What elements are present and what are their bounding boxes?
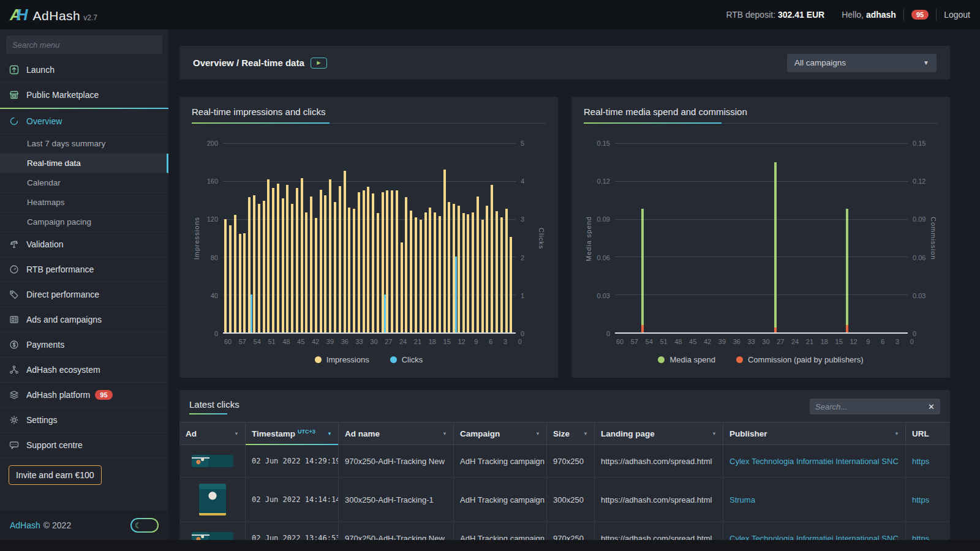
publisher-link[interactable]: Cylex Technologia Informatiei Internatio… <box>729 457 899 466</box>
impressions-bar <box>500 217 503 332</box>
legend-label: Clicks <box>402 355 423 364</box>
url-link[interactable]: https <box>912 534 929 541</box>
url-link[interactable]: https <box>912 457 929 466</box>
realtime-play-button[interactable]: ▶ <box>311 58 327 69</box>
clear-search-icon[interactable]: ✕ <box>928 402 935 411</box>
footer-brand[interactable]: AdHash <box>10 520 40 530</box>
column-header-ad-name[interactable]: Ad name▼ <box>339 422 454 445</box>
bar-bucket <box>649 143 654 332</box>
stacked-bar <box>650 143 653 332</box>
bar-bucket <box>500 143 505 332</box>
sort-caret-icon: ▼ <box>583 431 588 437</box>
column-header-campaign[interactable]: Campaign▼ <box>454 422 547 445</box>
timestamp-cell: 02 Jun 2022 14:29:19 <box>246 445 339 477</box>
divider <box>936 9 937 20</box>
stacked-bar <box>693 143 696 332</box>
table-search-input[interactable] <box>815 402 924 411</box>
divider <box>903 9 904 20</box>
publisher-link[interactable]: Struma <box>729 495 755 504</box>
stacked-bar <box>850 143 853 332</box>
logout-button[interactable]: Logout <box>944 10 970 20</box>
sidebar-item-settings[interactable]: Settings <box>0 408 168 433</box>
sidebar-search-input[interactable] <box>6 36 162 54</box>
bar-bucket <box>343 143 348 332</box>
impressions-bar <box>334 202 336 332</box>
ad-thumbnail[interactable] <box>192 455 233 467</box>
x-axis-tick-label: 48 <box>673 338 683 345</box>
ad-thumbnail[interactable] <box>199 484 226 515</box>
campaign-filter-select[interactable]: All campaigns ▼ <box>787 54 937 72</box>
ad-name-cell: 300x250-AdH-Tracking-1 <box>339 478 454 522</box>
sidebar-item-public-marketplace[interactable]: Public Marketplace <box>0 83 168 108</box>
bar-bucket <box>276 143 281 332</box>
sidebar-footer: AdHash © 2022 ☾ <box>0 511 168 540</box>
notification-badge[interactable]: 95 <box>911 10 929 20</box>
chart-plot <box>223 143 516 334</box>
sidebar-item-label: AdHash ecosystem <box>26 365 100 375</box>
stacked-bar <box>746 143 748 332</box>
sidebar-item-launch[interactable]: Launch <box>0 58 168 83</box>
invite-earn-button[interactable]: Invite and earn €100 <box>9 465 102 485</box>
sidebar-subitem-calendar[interactable]: Calendar <box>0 173 168 193</box>
y-axis-title-right: Commission <box>929 143 938 334</box>
rtb-performance-icon <box>9 264 20 275</box>
bar-bucket <box>295 143 300 332</box>
column-header-timestamp[interactable]: TimestampUTC+3▼ <box>246 422 339 445</box>
publisher-link[interactable]: Cylex Technologia Informatiei Internatio… <box>729 534 899 541</box>
sidebar-item-label: Launch <box>26 65 55 75</box>
x-axis-tick-label: 27 <box>775 338 785 345</box>
column-header-url[interactable]: URL <box>906 422 950 445</box>
sidebar: LaunchPublic MarketplaceOverviewLast 7 d… <box>0 29 168 540</box>
axis-tick-label: 0.09 <box>913 216 925 223</box>
sidebar-subitem-last-7-days-summary[interactable]: Last 7 days summary <box>0 134 168 154</box>
impressions-clicks-chart-panel: Real-time impressions and clicks Impress… <box>179 97 558 378</box>
sidebar-item-adhash-ecosystem[interactable]: AdHash ecosystem <box>0 358 168 383</box>
sidebar-item-adhash-platform[interactable]: AdHash platform95 <box>0 383 168 408</box>
sidebar-item-payments[interactable]: Payments <box>0 332 168 358</box>
column-header-ad[interactable]: Ad▼ <box>179 422 246 445</box>
impressions-bar <box>363 190 365 332</box>
bar-bucket <box>453 143 458 332</box>
sidebar-item-direct-performance[interactable]: Direct performance <box>0 282 168 307</box>
sidebar-subitem-campaign-pacing[interactable]: Campaign pacing <box>0 212 168 232</box>
adhash-logo[interactable]: AH AdHash v2.7 <box>10 6 97 24</box>
axis-tick-label: 1 <box>521 292 524 299</box>
column-header-size[interactable]: Size▼ <box>547 422 595 445</box>
x-axis-tick-label: 45 <box>296 338 306 345</box>
legend-dot-icon <box>315 356 322 363</box>
sidebar-item-validation[interactable]: Validation <box>0 232 168 257</box>
sidebar-subitem-heatmaps[interactable]: Heatmaps <box>0 193 168 212</box>
column-header-publisher[interactable]: Publisher▼ <box>723 422 906 445</box>
url-link[interactable]: https <box>912 495 929 504</box>
x-axis-tick-label: 48 <box>281 338 291 345</box>
bar-bucket <box>310 143 315 332</box>
impressions-bar <box>405 197 407 332</box>
y-axis-ticks-left: 20016012080400 <box>201 143 223 334</box>
sidebar-item-ads-and-campaigns[interactable]: Ads and campaigns <box>0 307 168 332</box>
impressions-bar <box>329 179 331 332</box>
direct-performance-icon <box>9 289 20 300</box>
ad-cell <box>179 522 246 540</box>
x-axis-tick-label: 42 <box>311 338 320 345</box>
sidebar-item-overview[interactable]: Overview <box>0 109 168 134</box>
stacked-bar <box>793 143 796 332</box>
bar-bucket <box>429 143 434 332</box>
ads-campaigns-icon <box>9 314 20 325</box>
bar-bucket <box>329 143 334 332</box>
dark-mode-toggle[interactable]: ☾ <box>130 518 159 533</box>
size-cell: 300x250 <box>547 478 595 522</box>
publisher-cell: Cylex Technologia Informatiei Internatio… <box>723 445 906 477</box>
bar-bucket <box>783 143 788 332</box>
sidebar-item-rtb-performance[interactable]: RTB performance <box>0 257 168 282</box>
sort-caret-icon: ▼ <box>535 431 540 437</box>
ad-thumbnail[interactable] <box>192 532 233 540</box>
impressions-bar <box>486 206 488 332</box>
bar-bucket <box>797 143 802 332</box>
sidebar-subitem-real-time-data[interactable]: Real-time data <box>0 154 168 173</box>
x-axis-labels: 60575451484542393633302724211815129630 <box>615 338 917 345</box>
sidebar-item-support-centre[interactable]: Support centre <box>0 433 168 458</box>
impressions-bar <box>472 212 474 332</box>
validation-icon <box>9 239 20 250</box>
bar-bucket <box>477 143 481 332</box>
column-header-landing-page[interactable]: Landing page▼ <box>595 422 723 445</box>
